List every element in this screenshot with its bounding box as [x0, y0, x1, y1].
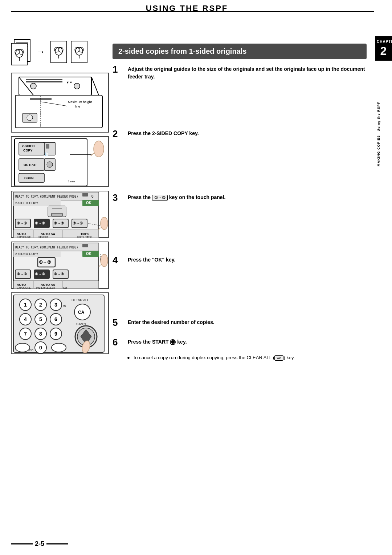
step-1: 1 Adjust the original guides to the size… — [113, 65, 367, 81]
output-doc — [50, 41, 67, 63]
svg-text:2-SIDED: 2-SIDED — [22, 144, 35, 148]
svg-rect-19 — [26, 81, 62, 82]
top-illustration: → — [11, 33, 109, 71]
svg-rect-78 — [82, 244, 88, 247]
svg-text:📄: 📄 — [45, 152, 49, 156]
svg-point-38 — [47, 162, 53, 167]
page-number: 2-5 — [11, 540, 68, 548]
svg-text:①→②: ①→② — [35, 221, 45, 225]
doc-stack — [11, 39, 31, 65]
svg-rect-54 — [52, 208, 62, 209]
svg-text:PAPER SELECT: PAPER SELECT — [36, 287, 56, 289]
step-1-number: 1 — [113, 65, 123, 74]
step-6: 6 Press the START key. — [113, 338, 367, 347]
chapter-number: 2 — [377, 44, 391, 58]
svg-text:EXPOSURE: EXPOSURE — [17, 236, 31, 238]
main-content: 2-sided copies from 1-sided originals — [0, 0, 374, 555]
svg-line-24 — [41, 102, 67, 106]
step-5-number: 5 — [113, 318, 123, 327]
svg-point-73 — [101, 217, 108, 230]
svg-text:OK: OK — [86, 252, 92, 256]
step-5: 5 Enter the desired number of copies. — [113, 319, 367, 327]
svg-text:①→①: ①→① — [17, 221, 27, 225]
diagram-4-ok-panel: READY TO COPY.(DOCUMENT FEEDER MODE) 2-S… — [11, 242, 109, 289]
output-doc-2 — [71, 41, 87, 63]
svg-text:4: 4 — [24, 316, 27, 322]
arrow-right: → — [36, 46, 45, 57]
svg-text:①→②: ①→② — [35, 272, 45, 276]
svg-point-17 — [74, 83, 80, 89]
svg-text:AUTO: AUTO — [17, 232, 26, 236]
svg-text:OK: OK — [86, 201, 92, 205]
svg-text:SCAN: SCAN — [24, 176, 34, 180]
svg-point-16 — [30, 83, 36, 89]
diagram-2-panel: 2-SIDED COPY 📄 OUTPUT SCAN 1 min — [11, 136, 109, 187]
diagram-1-scanner: ▼▼ Maximum height line — [11, 73, 109, 133]
svg-text:▼▼: ▼▼ — [66, 81, 73, 84]
step-5-text: Enter the desired number of copies. — [128, 319, 215, 326]
svg-text:3: 3 — [54, 302, 57, 308]
svg-line-15 — [91, 77, 99, 95]
svg-text:2: 2 — [39, 302, 42, 308]
svg-text:1 min: 1 min — [68, 180, 75, 183]
svg-text:0: 0 — [91, 194, 94, 198]
svg-text:READY TO COPY.(DOCUMENT FEEDER: READY TO COPY.(DOCUMENT FEEDER MODE) — [15, 195, 78, 198]
svg-text:AUTO A4: AUTO A4 — [41, 283, 55, 287]
diagram-3-touch-panel: READY TO COPY.(DOCUMENT FEEDER MODE) 0 2… — [11, 191, 109, 238]
svg-point-41 — [94, 141, 104, 157]
svg-text:5: 5 — [39, 316, 42, 322]
svg-point-0 — [16, 49, 23, 57]
svg-text:2-SIDED COPY: 2-SIDED COPY — [15, 252, 38, 256]
step-4-number: 4 — [113, 255, 123, 265]
step-3-number: 3 — [113, 193, 123, 202]
svg-text:COPY RATIO: COPY RATIO — [77, 236, 93, 238]
svg-point-99 — [101, 254, 108, 267]
key-ca: CA — [274, 355, 283, 361]
key-1to2: ①→② — [152, 195, 168, 201]
side-tab-text: MAKING COPIES Using the RSPF — [377, 102, 391, 166]
svg-text:CA: CA — [78, 310, 85, 315]
step-4-text: Press the "OK" key. — [128, 256, 175, 264]
svg-text:1: 1 — [24, 302, 27, 308]
side-tab: CHAPTER 2 MAKING COPIES Using the RSPF — [374, 0, 392, 555]
bullet-note: ● To cancel a copy run during duplex cop… — [113, 354, 367, 361]
svg-rect-55 — [52, 213, 62, 216]
svg-text:100%: 100% — [81, 232, 89, 236]
svg-rect-25 — [30, 98, 52, 100]
svg-text:①→①: ①→① — [17, 272, 27, 276]
svg-text:7: 7 — [24, 331, 27, 337]
step-2-number: 2 — [113, 129, 123, 138]
svg-point-27 — [27, 115, 33, 121]
svg-point-8 — [75, 47, 83, 55]
step-6-text: Press the START key. — [128, 338, 187, 346]
svg-point-4 — [55, 47, 62, 55]
step-3: 3 Press the ①→② key on the touch panel. — [113, 194, 367, 202]
svg-text:Maximum height: Maximum height — [68, 100, 92, 104]
chapter-text: CHAPTER — [377, 40, 392, 44]
svg-point-134 — [52, 343, 66, 352]
svg-text:①→②: ①→② — [39, 260, 51, 265]
svg-text:6: 6 — [54, 316, 57, 322]
svg-text:0: 0 — [39, 345, 42, 351]
svg-text:START: START — [76, 322, 87, 326]
svg-text:EXPOSURE: EXPOSURE — [17, 287, 31, 289]
step-1-text: Adjust the original guides to the size o… — [128, 65, 367, 81]
diagram-5-keypad: 1 2 3 IN CLEAR ALL CA 4 5 6 7 8 9 — [11, 292, 109, 354]
step-2-text: Press the 2-SIDED COPY key. — [128, 130, 199, 137]
svg-text:9: 9 — [54, 331, 57, 337]
svg-text:AUTO: AUTO — [17, 283, 26, 287]
svg-text:READY TO COPY.(DOCUMENT FEEDER: READY TO COPY.(DOCUMENT FEEDER MODE) — [15, 246, 78, 249]
svg-text:②→②: ②→② — [54, 221, 64, 225]
svg-text:②→①: ②→① — [73, 221, 83, 225]
svg-text:SELECT: SELECT — [38, 236, 49, 238]
svg-text:②→②: ②→② — [54, 272, 64, 276]
svg-text:8: 8 — [39, 331, 42, 337]
svg-text:OUTPUT: OUTPUT — [24, 163, 37, 167]
svg-text:CLEAR ALL: CLEAR ALL — [72, 298, 89, 302]
chapter-label: CHAPTER 2 — [375, 36, 392, 61]
svg-text:COPY: COPY — [23, 149, 33, 152]
svg-text:2-SIDED COPY: 2-SIDED COPY — [15, 201, 38, 205]
svg-text:CO: CO — [63, 287, 67, 289]
step-6-number: 6 — [113, 337, 123, 347]
svg-text:AUTO A4: AUTO A4 — [41, 232, 55, 236]
